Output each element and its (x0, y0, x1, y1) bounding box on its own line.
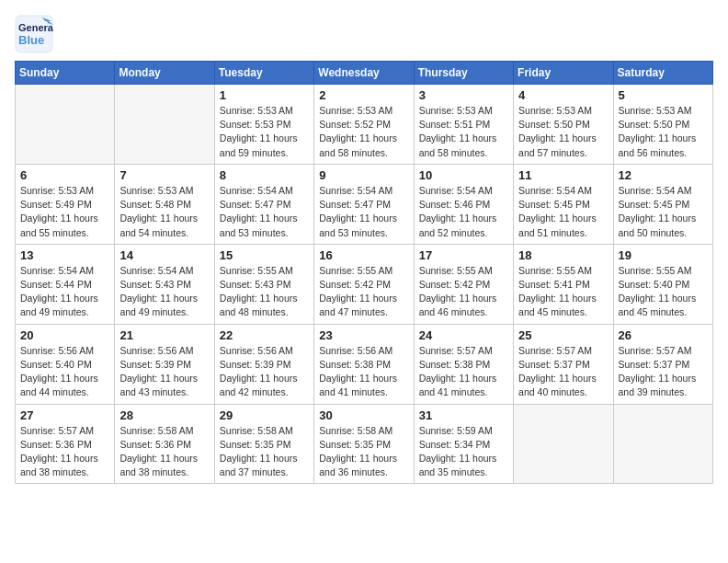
day-info: Sunrise: 5:55 AM Sunset: 5:42 PM Dayligh… (419, 264, 508, 320)
day-info: Sunrise: 5:55 AM Sunset: 5:43 PM Dayligh… (220, 264, 309, 320)
day-info: Sunrise: 5:57 AM Sunset: 5:37 PM Dayligh… (619, 344, 708, 400)
calendar-week-row: 13Sunrise: 5:54 AM Sunset: 5:44 PM Dayli… (16, 244, 713, 324)
calendar-cell: 31Sunrise: 5:59 AM Sunset: 5:34 PM Dayli… (414, 404, 513, 484)
day-info: Sunrise: 5:56 AM Sunset: 5:38 PM Dayligh… (319, 344, 408, 400)
calendar-cell: 8Sunrise: 5:54 AM Sunset: 5:47 PM Daylig… (214, 164, 313, 244)
day-info: Sunrise: 5:54 AM Sunset: 5:45 PM Dayligh… (619, 184, 708, 240)
logo-container: General Blue (15, 15, 53, 53)
day-number: 23 (319, 328, 408, 342)
day-number: 30 (319, 408, 408, 422)
calendar-cell: 24Sunrise: 5:57 AM Sunset: 5:38 PM Dayli… (414, 324, 513, 404)
calendar-cell (514, 404, 613, 484)
svg-text:General: General (18, 22, 53, 33)
day-info: Sunrise: 5:54 AM Sunset: 5:44 PM Dayligh… (20, 264, 109, 320)
calendar-cell (16, 85, 115, 165)
calendar-cell: 14Sunrise: 5:54 AM Sunset: 5:43 PM Dayli… (115, 244, 214, 324)
calendar-week-row: 27Sunrise: 5:57 AM Sunset: 5:36 PM Dayli… (16, 404, 713, 484)
weekday-header: Sunday (16, 62, 115, 85)
calendar-cell: 12Sunrise: 5:54 AM Sunset: 5:45 PM Dayli… (613, 164, 712, 244)
day-number: 25 (518, 328, 608, 342)
day-info: Sunrise: 5:53 AM Sunset: 5:50 PM Dayligh… (518, 104, 608, 160)
day-number: 1 (220, 88, 309, 102)
day-info: Sunrise: 5:54 AM Sunset: 5:47 PM Dayligh… (319, 184, 408, 240)
calendar-cell: 10Sunrise: 5:54 AM Sunset: 5:46 PM Dayli… (414, 164, 513, 244)
weekday-header: Monday (115, 62, 214, 85)
day-number: 20 (20, 328, 109, 342)
day-info: Sunrise: 5:53 AM Sunset: 5:49 PM Dayligh… (20, 184, 109, 240)
day-number: 16 (319, 248, 408, 262)
weekday-header: Friday (514, 62, 613, 85)
calendar-cell: 30Sunrise: 5:58 AM Sunset: 5:35 PM Dayli… (314, 404, 414, 484)
day-number: 27 (20, 408, 109, 422)
calendar-cell (115, 85, 214, 165)
logo-svg: General Blue (15, 15, 53, 53)
logo: General Blue (15, 15, 53, 53)
day-number: 12 (619, 168, 708, 182)
day-info: Sunrise: 5:56 AM Sunset: 5:39 PM Dayligh… (220, 344, 309, 400)
calendar-cell: 4Sunrise: 5:53 AM Sunset: 5:50 PM Daylig… (514, 85, 613, 165)
day-number: 9 (319, 168, 408, 182)
calendar-cell: 25Sunrise: 5:57 AM Sunset: 5:37 PM Dayli… (514, 324, 613, 404)
day-number: 19 (619, 248, 708, 262)
day-info: Sunrise: 5:55 AM Sunset: 5:40 PM Dayligh… (619, 264, 708, 320)
calendar-cell: 2Sunrise: 5:53 AM Sunset: 5:52 PM Daylig… (314, 85, 414, 165)
day-number: 17 (419, 248, 508, 262)
calendar-cell: 13Sunrise: 5:54 AM Sunset: 5:44 PM Dayli… (16, 244, 115, 324)
calendar-week-row: 6Sunrise: 5:53 AM Sunset: 5:49 PM Daylig… (16, 164, 713, 244)
calendar-cell: 22Sunrise: 5:56 AM Sunset: 5:39 PM Dayli… (214, 324, 313, 404)
calendar-cell: 15Sunrise: 5:55 AM Sunset: 5:43 PM Dayli… (214, 244, 313, 324)
day-number: 22 (220, 328, 309, 342)
calendar-cell: 6Sunrise: 5:53 AM Sunset: 5:49 PM Daylig… (16, 164, 115, 244)
day-number: 14 (119, 248, 209, 262)
day-info: Sunrise: 5:58 AM Sunset: 5:35 PM Dayligh… (319, 424, 408, 480)
calendar-cell: 5Sunrise: 5:53 AM Sunset: 5:50 PM Daylig… (613, 85, 712, 165)
day-info: Sunrise: 5:56 AM Sunset: 5:40 PM Dayligh… (20, 344, 109, 400)
day-info: Sunrise: 5:54 AM Sunset: 5:43 PM Dayligh… (119, 264, 209, 320)
day-number: 13 (20, 248, 109, 262)
day-number: 8 (220, 168, 309, 182)
weekday-header: Saturday (613, 62, 712, 85)
day-info: Sunrise: 5:58 AM Sunset: 5:35 PM Dayligh… (220, 424, 309, 480)
day-info: Sunrise: 5:53 AM Sunset: 5:51 PM Dayligh… (419, 104, 508, 160)
day-number: 11 (518, 168, 608, 182)
day-info: Sunrise: 5:54 AM Sunset: 5:47 PM Dayligh… (220, 184, 309, 240)
day-number: 21 (119, 328, 209, 342)
calendar-cell: 27Sunrise: 5:57 AM Sunset: 5:36 PM Dayli… (16, 404, 115, 484)
day-number: 4 (518, 88, 608, 102)
calendar-cell: 9Sunrise: 5:54 AM Sunset: 5:47 PM Daylig… (314, 164, 414, 244)
calendar-cell: 17Sunrise: 5:55 AM Sunset: 5:42 PM Dayli… (414, 244, 513, 324)
calendar-cell: 3Sunrise: 5:53 AM Sunset: 5:51 PM Daylig… (414, 85, 513, 165)
day-number: 26 (619, 328, 708, 342)
day-number: 6 (20, 168, 109, 182)
calendar-cell: 7Sunrise: 5:53 AM Sunset: 5:48 PM Daylig… (115, 164, 214, 244)
day-info: Sunrise: 5:56 AM Sunset: 5:39 PM Dayligh… (119, 344, 209, 400)
calendar-cell: 1Sunrise: 5:53 AM Sunset: 5:53 PM Daylig… (214, 85, 313, 165)
day-info: Sunrise: 5:59 AM Sunset: 5:34 PM Dayligh… (419, 424, 508, 480)
weekday-header: Thursday (414, 62, 513, 85)
calendar-table: SundayMondayTuesdayWednesdayThursdayFrid… (15, 61, 713, 484)
calendar-cell: 11Sunrise: 5:54 AM Sunset: 5:45 PM Dayli… (514, 164, 613, 244)
day-info: Sunrise: 5:55 AM Sunset: 5:41 PM Dayligh… (518, 264, 608, 320)
day-info: Sunrise: 5:53 AM Sunset: 5:52 PM Dayligh… (319, 104, 408, 160)
day-info: Sunrise: 5:57 AM Sunset: 5:37 PM Dayligh… (518, 344, 608, 400)
day-info: Sunrise: 5:58 AM Sunset: 5:36 PM Dayligh… (119, 424, 209, 480)
weekday-header: Wednesday (314, 62, 414, 85)
day-number: 10 (419, 168, 508, 182)
calendar-cell: 26Sunrise: 5:57 AM Sunset: 5:37 PM Dayli… (613, 324, 712, 404)
day-info: Sunrise: 5:55 AM Sunset: 5:42 PM Dayligh… (319, 264, 408, 320)
calendar-cell: 28Sunrise: 5:58 AM Sunset: 5:36 PM Dayli… (115, 404, 214, 484)
calendar-cell: 23Sunrise: 5:56 AM Sunset: 5:38 PM Dayli… (314, 324, 414, 404)
svg-text:Blue: Blue (18, 33, 44, 47)
calendar-cell: 19Sunrise: 5:55 AM Sunset: 5:40 PM Dayli… (613, 244, 712, 324)
day-number: 29 (220, 408, 309, 422)
day-number: 5 (619, 88, 708, 102)
calendar-cell: 29Sunrise: 5:58 AM Sunset: 5:35 PM Dayli… (214, 404, 313, 484)
day-info: Sunrise: 5:53 AM Sunset: 5:48 PM Dayligh… (119, 184, 209, 240)
day-info: Sunrise: 5:53 AM Sunset: 5:50 PM Dayligh… (619, 104, 708, 160)
day-info: Sunrise: 5:57 AM Sunset: 5:38 PM Dayligh… (419, 344, 508, 400)
calendar-week-row: 1Sunrise: 5:53 AM Sunset: 5:53 PM Daylig… (16, 85, 713, 165)
calendar-cell (613, 404, 712, 484)
weekday-header: Tuesday (214, 62, 313, 85)
day-number: 15 (220, 248, 309, 262)
day-number: 2 (319, 88, 408, 102)
